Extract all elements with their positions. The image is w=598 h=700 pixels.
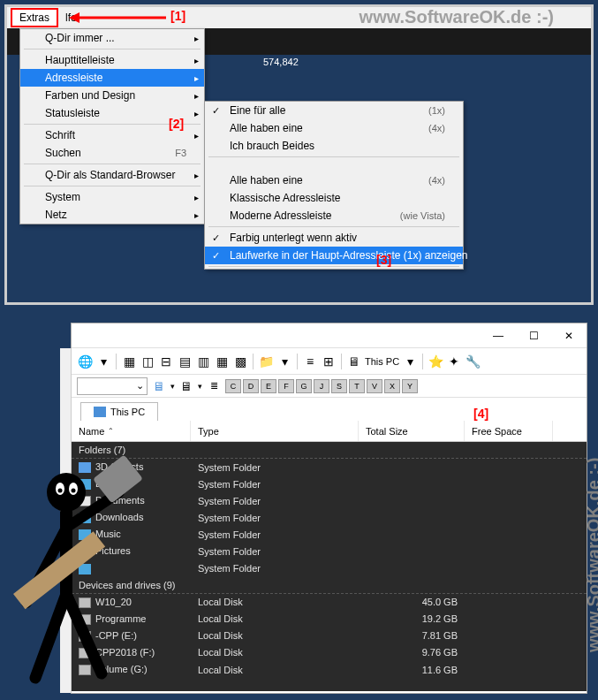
menu-separator bbox=[24, 49, 201, 49]
label: System bbox=[45, 191, 80, 203]
menu-moderne[interactable]: Moderne Adressleiste(wie Vista) bbox=[205, 207, 463, 224]
layout-5-icon[interactable]: ▥ bbox=[195, 354, 211, 369]
menu-farbig[interactable]: ✓Farbig unterlegt wenn aktiv bbox=[205, 229, 463, 247]
tool-icon[interactable]: 🔧 bbox=[465, 354, 481, 369]
submenu-arrow-icon: ▸ bbox=[194, 73, 199, 83]
adressleiste-submenu: ✓Eine für alle(1x) Alle haben eine(4x) I… bbox=[204, 101, 464, 270]
hint: (wie Vista) bbox=[400, 210, 445, 221]
label: Schrift bbox=[45, 129, 75, 141]
monitor-blue-icon[interactable]: 🖥 bbox=[151, 378, 167, 394]
dropdown-icon[interactable]: ▾ bbox=[276, 354, 292, 369]
title-bar: — ☐ ✕ bbox=[72, 323, 587, 348]
tab-label: This PC bbox=[110, 407, 145, 417]
menu-separator bbox=[208, 226, 459, 227]
menu-netz[interactable]: Netz▸ bbox=[20, 206, 204, 224]
menu-laufwerke[interactable]: ✓Laufwerke in der Haupt-Adressleiste (1x… bbox=[205, 247, 463, 264]
watermark-side: www.SoftwareOK.de :-) bbox=[584, 458, 599, 652]
menu-farben[interactable]: Farben und Design▸ bbox=[20, 87, 204, 104]
label: Farben und Design bbox=[45, 89, 135, 102]
label: Alle haben eine bbox=[230, 174, 303, 186]
pc-small-icon[interactable]: 🖥 bbox=[346, 354, 362, 369]
menu-eine-fuer-alle[interactable]: ✓Eine für alle(1x) bbox=[205, 102, 463, 119]
label: Eine für alle bbox=[230, 104, 285, 117]
view-list-icon[interactable]: ≡ bbox=[302, 354, 318, 369]
label: Q-Dir immer ... bbox=[45, 32, 115, 44]
view-grid-icon[interactable]: ⊞ bbox=[321, 354, 337, 369]
tab-thispc[interactable]: This PC bbox=[80, 402, 158, 421]
hint: (4x) bbox=[428, 175, 445, 186]
drive-button-j[interactable]: J bbox=[314, 379, 329, 393]
minimize-button[interactable]: — bbox=[481, 323, 516, 348]
star-icon[interactable]: ⭐ bbox=[428, 354, 443, 369]
menu-ich-brauch[interactable]: Ich brauch Beides bbox=[205, 137, 463, 155]
svg-rect-8 bbox=[93, 454, 143, 503]
col-size[interactable]: Total Size bbox=[359, 421, 465, 441]
col-free[interactable]: Free Space bbox=[465, 421, 553, 441]
drive-button-c[interactable]: C bbox=[225, 379, 241, 393]
callout-3: [3] bbox=[376, 253, 391, 267]
callout-4: [4] bbox=[473, 407, 488, 421]
submenu-arrow-icon: ▸ bbox=[194, 91, 199, 101]
submenu-arrow-icon: ▸ bbox=[194, 210, 199, 220]
thispc-label[interactable]: This PC bbox=[365, 356, 399, 367]
pc-icon bbox=[94, 407, 106, 417]
check-icon: ✓ bbox=[212, 250, 220, 262]
arrow-callout-1 bbox=[69, 10, 166, 26]
svg-marker-1 bbox=[69, 12, 79, 23]
menu-suchen[interactable]: SuchenF3 bbox=[20, 144, 204, 162]
layout-3-icon[interactable]: ⊟ bbox=[158, 354, 174, 369]
submenu-arrow-icon: ▸ bbox=[194, 34, 199, 43]
globe-icon[interactable]: 🌐 bbox=[77, 354, 93, 369]
submenu-arrow-icon: ▸ bbox=[194, 171, 199, 180]
hint: (1x) bbox=[428, 105, 445, 116]
label: Name bbox=[79, 426, 104, 437]
layout-1-icon[interactable]: ▦ bbox=[121, 354, 137, 369]
menu-alle-haben-2[interactable]: Alle haben eine(4x) bbox=[205, 171, 463, 189]
menu-klassische[interactable]: Klassische Adressleiste bbox=[205, 189, 463, 207]
drive-button-x[interactable]: X bbox=[384, 379, 400, 393]
menu-separator bbox=[208, 156, 459, 157]
column-headers: Name⌃ Type Total Size Free Space bbox=[72, 421, 587, 442]
dropdown-icon[interactable]: ▾ bbox=[402, 354, 418, 369]
drive-button-s[interactable]: S bbox=[331, 379, 347, 393]
address-combo[interactable]: ⌄ bbox=[77, 377, 148, 395]
close-button[interactable]: ✕ bbox=[551, 323, 587, 348]
dropdown-icon[interactable]: ▾ bbox=[95, 354, 111, 369]
drive-button-f[interactable]: F bbox=[278, 379, 294, 393]
menu-qdir-immer[interactable]: Q-Dir immer ...▸ bbox=[20, 29, 204, 47]
menu-adressleiste[interactable]: Adressleiste▸ bbox=[20, 69, 204, 87]
col-name[interactable]: Name⌃ bbox=[72, 421, 191, 441]
folder-tree-icon[interactable]: 📁 bbox=[258, 354, 274, 369]
drive-button-y[interactable]: Y bbox=[402, 379, 418, 393]
layout-6-icon[interactable]: ▦ bbox=[214, 354, 230, 369]
gear-icon[interactable]: ✦ bbox=[446, 354, 462, 369]
drive-button-t[interactable]: T bbox=[349, 379, 365, 393]
layout-4-icon[interactable]: ▤ bbox=[177, 354, 193, 369]
menu-separator bbox=[24, 186, 201, 186]
maximize-button[interactable]: ☐ bbox=[516, 323, 551, 348]
col-type[interactable]: Type bbox=[191, 421, 359, 441]
menu-alle-haben[interactable]: Alle haben eine(4x) bbox=[205, 119, 463, 137]
menu-haupttitel[interactable]: Haupttitelleiste▸ bbox=[20, 51, 204, 69]
main-toolbar: 🌐 ▾ ▦ ◫ ⊟ ▤ ▥ ▦ ▩ 📁 ▾ ≡ ⊞ 🖥 This PC ▾ ⭐ … bbox=[72, 348, 587, 375]
drive-button-v[interactable]: V bbox=[367, 379, 382, 393]
layout-7-icon[interactable]: ▩ bbox=[232, 354, 248, 369]
dropdown-icon[interactable]: ▾ bbox=[198, 382, 202, 391]
drive-button-e[interactable]: E bbox=[261, 379, 276, 393]
stick-figure-hammer-icon bbox=[4, 448, 163, 696]
label: Netz bbox=[45, 209, 67, 221]
label: Q-Dir als Standard-Browser bbox=[45, 169, 175, 181]
list-small-icon[interactable]: ≣ bbox=[206, 378, 222, 394]
monitor-icon[interactable]: 🖥 bbox=[178, 378, 194, 394]
label: Ich brauch Beides bbox=[230, 140, 314, 152]
menu-extras[interactable]: Extras bbox=[11, 8, 58, 27]
shortcut: F3 bbox=[175, 148, 186, 158]
dropdown-icon[interactable]: ▾ bbox=[170, 382, 175, 391]
menu-system[interactable]: System▸ bbox=[20, 188, 204, 206]
label: Adressleiste bbox=[45, 72, 102, 84]
layout-2-icon[interactable]: ◫ bbox=[140, 354, 155, 369]
drive-button-d[interactable]: D bbox=[243, 379, 259, 393]
menu-qdir-browser[interactable]: Q-Dir als Standard-Browser▸ bbox=[20, 166, 204, 184]
submenu-arrow-icon: ▸ bbox=[194, 56, 199, 65]
drive-button-g[interactable]: G bbox=[296, 379, 312, 393]
